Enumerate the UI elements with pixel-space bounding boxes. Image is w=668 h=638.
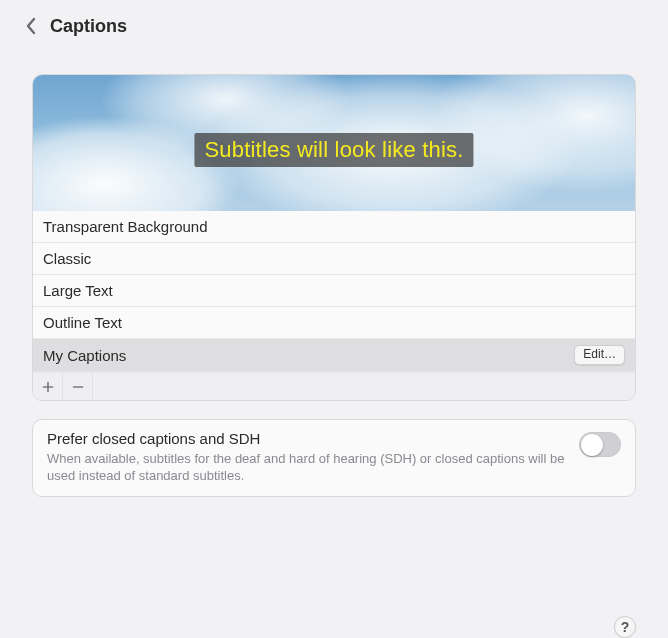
- style-row-label: Large Text: [43, 282, 113, 299]
- help-row: ?: [0, 612, 668, 638]
- style-row-label: My Captions: [43, 347, 126, 364]
- captions-settings-window: Captions Subtitles will look like this. …: [0, 0, 668, 638]
- caption-styles-card: Subtitles will look like this. Transpare…: [32, 74, 636, 401]
- sdh-preference-card: Prefer closed captions and SDH When avai…: [32, 419, 636, 497]
- style-list-actions: [33, 372, 635, 400]
- style-row-my-captions[interactable]: My Captions Edit…: [33, 339, 635, 372]
- subtitle-preview: Subtitles will look like this.: [33, 75, 635, 211]
- toggle-knob: [581, 434, 603, 456]
- style-row-large-text[interactable]: Large Text: [33, 275, 635, 307]
- style-row-outline-text[interactable]: Outline Text: [33, 307, 635, 339]
- style-row-label: Transparent Background: [43, 218, 208, 235]
- minus-icon: [72, 381, 84, 393]
- sdh-title: Prefer closed captions and SDH: [47, 430, 569, 447]
- page-title: Captions: [50, 16, 127, 37]
- sdh-description: When available, subtitles for the deaf a…: [47, 450, 569, 484]
- sdh-toggle[interactable]: [579, 432, 621, 457]
- remove-style-button[interactable]: [63, 373, 93, 401]
- style-row-label: Classic: [43, 250, 91, 267]
- header-bar: Captions: [0, 0, 668, 48]
- subtitle-preview-text: Subtitles will look like this.: [194, 133, 473, 167]
- style-row-label: Outline Text: [43, 314, 122, 331]
- add-style-button[interactable]: [33, 373, 63, 401]
- style-list: Transparent Background Classic Large Tex…: [33, 211, 635, 372]
- content-area: Subtitles will look like this. Transpare…: [0, 48, 668, 612]
- back-button[interactable]: [22, 14, 40, 38]
- plus-icon: [42, 381, 54, 393]
- edit-style-button[interactable]: Edit…: [574, 345, 625, 365]
- help-button[interactable]: ?: [614, 616, 636, 638]
- style-row-transparent-background[interactable]: Transparent Background: [33, 211, 635, 243]
- sdh-text-column: Prefer closed captions and SDH When avai…: [47, 430, 569, 484]
- style-row-classic[interactable]: Classic: [33, 243, 635, 275]
